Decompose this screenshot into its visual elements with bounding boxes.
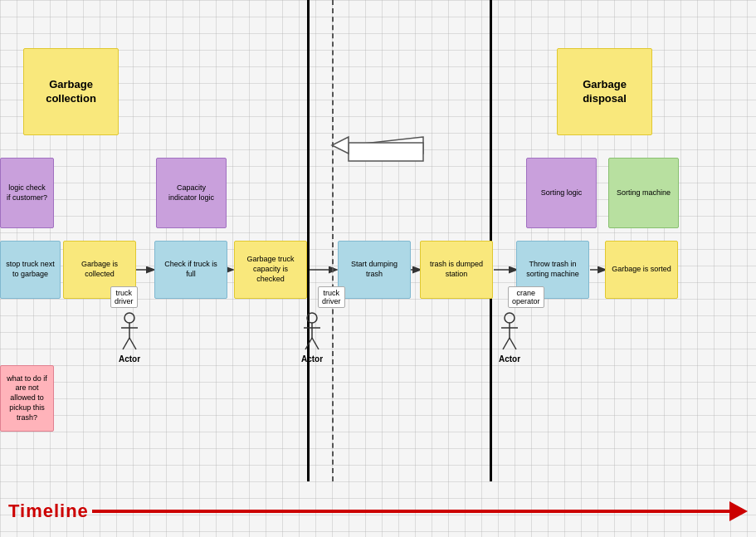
actor3-figure <box>496 311 523 353</box>
trash-dumped-note: trash is dumped station <box>420 241 493 299</box>
svg-line-13 <box>129 338 136 349</box>
svg-point-14 <box>307 313 317 323</box>
capacity-indicator-note: Capacity indicator logic <box>156 158 227 228</box>
actor1-figure <box>116 311 143 353</box>
start-dumping-note: Start dumping trash <box>338 241 411 299</box>
svg-marker-6 <box>349 137 423 154</box>
actor2-role-label: truckdriver <box>318 286 345 308</box>
actor3-role-label: craneoperator <box>508 286 544 308</box>
actor3-label: Actor <box>499 354 520 364</box>
dashed-line-1 <box>332 0 334 481</box>
what-to-do-note: what to do if are not allowed to pickup … <box>0 365 54 432</box>
logic-check-note: logic check if customer? <box>0 158 54 228</box>
garbage-collection-note: Garbage collection <box>23 48 119 135</box>
actor1-role-label: truckdriver <box>110 286 138 308</box>
svg-line-18 <box>312 338 319 349</box>
vertical-line-1 <box>307 0 310 481</box>
svg-line-17 <box>305 338 312 349</box>
sorting-machine-note: Sorting machine <box>608 158 679 228</box>
timeline-label: Timeline <box>8 500 89 522</box>
svg-point-19 <box>505 313 515 323</box>
timeline: Timeline <box>0 500 756 522</box>
svg-point-9 <box>124 313 134 323</box>
svg-marker-8 <box>332 137 349 154</box>
stop-truck-note: stop truck next to garbage <box>0 241 61 299</box>
svg-line-12 <box>123 338 129 349</box>
sorting-logic-note: Sorting logic <box>526 158 597 228</box>
garbage-disposal-note: Garbage disposal <box>557 48 652 135</box>
canvas: Garbage collection Garbage disposal logi… <box>0 0 756 537</box>
svg-line-22 <box>503 338 510 349</box>
truck-capacity-note: Garbage truck capacity is checked <box>234 241 307 299</box>
svg-rect-7 <box>349 143 423 161</box>
timeline-line <box>92 510 729 513</box>
timeline-arrowhead <box>729 501 748 521</box>
actor1-label: Actor <box>119 354 140 364</box>
actor2-figure <box>299 311 325 353</box>
actor2-label: Actor <box>301 354 323 364</box>
garbage-sorted-note: Garbage is sorted <box>605 241 678 299</box>
check-truck-note: Check if truck is full <box>154 241 227 299</box>
svg-line-23 <box>510 338 516 349</box>
